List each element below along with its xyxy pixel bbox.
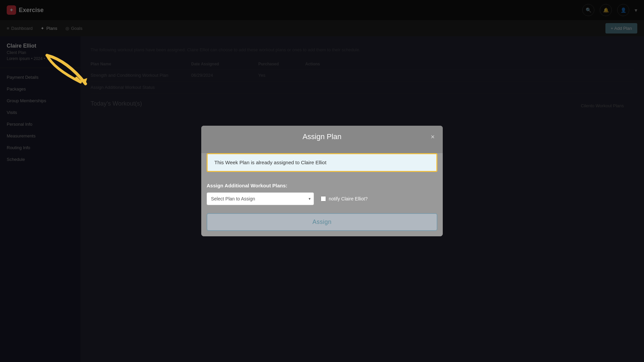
modal-title: Assign Plan <box>303 132 341 141</box>
notify-label[interactable]: notify Claire Elliot? <box>321 196 368 201</box>
plan-select-wrapper: Select Plan to Assign This Week Plan Str… <box>207 192 314 205</box>
modal-body: This Week Plan is already assigned to Cl… <box>201 153 443 236</box>
form-section-label: Assign Additional Workout Plans: <box>207 183 437 188</box>
modal-header: Assign Plan × <box>201 126 443 148</box>
alert-box: This Week Plan is already assigned to Cl… <box>207 153 437 172</box>
alert-text: This Week Plan is already assigned to Cl… <box>214 160 326 165</box>
notify-checkbox[interactable] <box>321 196 326 201</box>
notify-label-text: notify Claire Elliot? <box>329 196 368 201</box>
form-section: Assign Additional Workout Plans: Select … <box>201 177 443 208</box>
assign-plan-modal: Assign Plan × This Week Plan is already … <box>201 126 443 236</box>
modal-close-button[interactable]: × <box>428 132 437 141</box>
plan-select-dropdown[interactable]: Select Plan to Assign This Week Plan Str… <box>207 192 314 205</box>
assign-button-wrapper: Assign <box>201 208 443 236</box>
assign-button[interactable]: Assign <box>207 213 437 231</box>
form-row: Select Plan to Assign This Week Plan Str… <box>207 192 437 205</box>
